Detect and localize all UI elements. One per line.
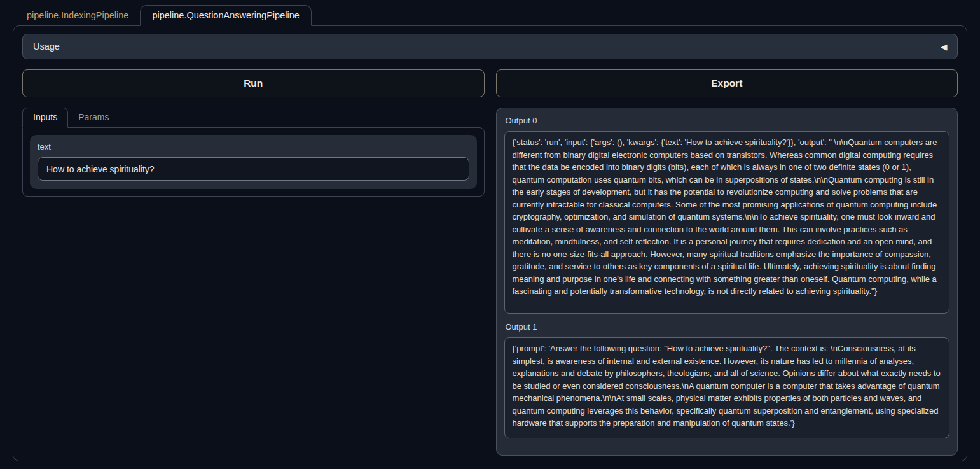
tab-params[interactable]: Params [68,108,119,127]
text-input-group: text [30,135,477,189]
inputs-tab-panel: text [22,127,485,197]
text-field[interactable] [38,157,469,181]
tab-indexing-pipeline[interactable]: pipeline.IndexingPipeline [15,6,140,25]
pipeline-tabbar: pipeline.IndexingPipeline pipeline.Quest… [0,0,980,25]
outputs-panel: Output 0 Output 1 [496,108,958,456]
content-columns: Inputs Params text Output 0 Output 1 [22,108,958,456]
pipeline-panel: Usage ◀ Run Export Inputs Params text [13,25,967,461]
inputs-column: Inputs Params text [22,108,485,197]
output-0-label: Output 0 [506,116,950,125]
export-button[interactable]: Export [496,69,958,97]
tab-question-answering-pipeline[interactable]: pipeline.QuestionAnsweringPipeline [140,5,311,26]
outputs-column: Output 0 Output 1 [496,108,958,456]
text-field-label: text [38,142,469,151]
usage-accordion-label: Usage [33,41,60,52]
tab-inputs[interactable]: Inputs [22,108,68,128]
usage-accordion[interactable]: Usage ◀ [22,34,958,59]
run-button[interactable]: Run [22,69,485,97]
inputs-params-tabbar: Inputs Params [22,108,485,127]
action-button-row: Run Export [22,69,958,97]
chevron-left-icon: ◀ [941,42,947,52]
output-0-textarea[interactable] [504,131,950,314]
output-1-textarea[interactable] [504,337,950,438]
app-window: pipeline.IndexingPipeline pipeline.Quest… [0,0,980,469]
output-1-label: Output 1 [506,322,950,332]
